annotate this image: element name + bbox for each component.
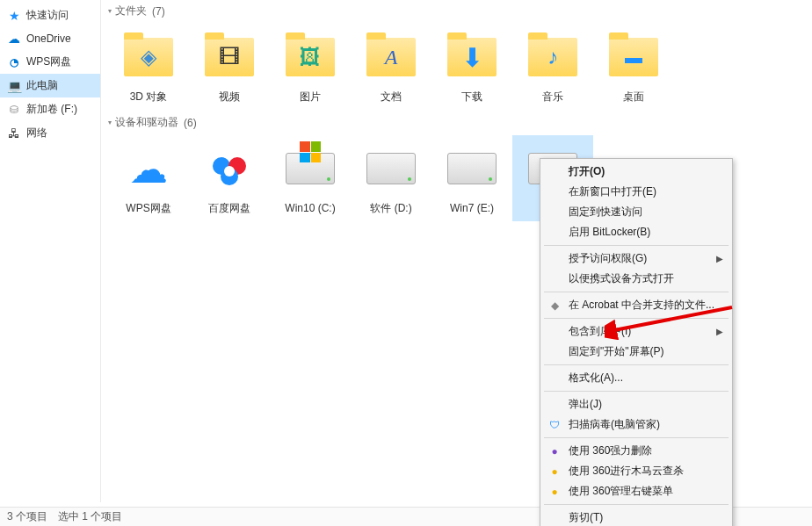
sidebar-item-label: 快速访问 xyxy=(26,8,69,23)
menu-item[interactable]: ◆在 Acrobat 中合并支持的文件... xyxy=(542,295,730,315)
status-selected: 选中 1 个项目 xyxy=(58,509,122,524)
folder-item-videos[interactable]: 🎞 视频 xyxy=(189,24,270,110)
sidebar-item-label: WPS网盘 xyxy=(26,54,71,69)
folder-pictures-icon: 🖼 xyxy=(282,29,338,85)
menu-item-label: 弹出(J) xyxy=(569,397,602,412)
section-header-drives[interactable]: ▾ 设备和驱动器 (6) xyxy=(101,112,812,133)
sidebar-item-wps[interactable]: ◔ WPS网盘 xyxy=(0,50,100,74)
360-icon: ● xyxy=(547,465,562,479)
baidu-cloud-icon xyxy=(201,141,257,197)
folder-item-music[interactable]: ♪ 音乐 xyxy=(512,24,593,110)
sidebar-item-quick-access[interactable]: ★ 快速访问 xyxy=(0,4,100,27)
menu-item[interactable]: 格式化(A)... xyxy=(542,368,730,388)
folder-item-desktop[interactable]: ▬ 桌面 xyxy=(593,24,674,110)
navigation-sidebar: ★ 快速访问 ☁ OneDrive ◔ WPS网盘 💻 此电脑 ⛁ 新加卷 (F… xyxy=(0,0,101,502)
drive-item-e[interactable]: Win7 (E:) xyxy=(431,135,512,221)
menu-item[interactable]: ●使用 360进行木马云查杀 xyxy=(542,461,730,481)
item-label: 视频 xyxy=(219,90,240,103)
chevron-down-icon: ▾ xyxy=(108,119,112,126)
folder-3d-icon: ◈ xyxy=(120,29,177,85)
folder-item-documents[interactable]: A 文档 xyxy=(351,24,431,110)
submenu-arrow-icon: ▶ xyxy=(716,327,723,336)
menu-item[interactable]: ●使用 360强力删除 xyxy=(542,441,730,461)
item-label: 文档 xyxy=(381,90,402,103)
acrobat-icon: ◆ xyxy=(547,299,562,313)
drive-icon xyxy=(444,141,500,197)
folder-item-3d-objects[interactable]: ◈ 3D 对象 xyxy=(108,24,189,110)
sidebar-item-drive-f[interactable]: ⛁ 新加卷 (F:) xyxy=(0,97,100,121)
menu-separator xyxy=(544,245,729,246)
shield-icon: 🛡 xyxy=(547,418,562,432)
item-label: 音乐 xyxy=(542,90,563,103)
menu-separator xyxy=(544,364,729,365)
item-label: Win10 (C:) xyxy=(285,202,335,214)
section-title: 设备和驱动器 xyxy=(115,115,178,130)
win-drive-icon xyxy=(282,141,338,197)
drive-item-d[interactable]: 软件 (D:) xyxy=(351,135,431,221)
sidebar-item-label: 新加卷 (F:) xyxy=(26,102,77,117)
drive-item-baidu[interactable]: 百度网盘 xyxy=(189,135,270,221)
menu-item-label: 使用 360进行木马云查杀 xyxy=(569,464,684,479)
menu-item-label: 固定到快速访问 xyxy=(569,205,642,220)
menu-separator xyxy=(544,437,729,438)
section-count: (6) xyxy=(184,117,197,129)
context-menu: 打开(O)在新窗口中打开(E)固定到快速访问启用 BitLocker(B)授予访… xyxy=(540,158,733,526)
drive-item-c[interactable]: Win10 (C:) xyxy=(270,135,351,221)
drive-icon xyxy=(363,141,419,197)
menu-item[interactable]: 包含到库中(I)▶ xyxy=(542,321,730,342)
menu-item-label: 格式化(A)... xyxy=(569,371,623,385)
menu-separator xyxy=(544,318,729,319)
360-icon: ● xyxy=(547,485,562,499)
folders-grid: ◈ 3D 对象 🎞 视频 🖼 图片 A 文档 ⬇ 下载 ♪ 音乐 xyxy=(101,22,812,112)
folder-item-downloads[interactable]: ⬇ 下载 xyxy=(431,24,512,110)
menu-item[interactable]: 弹出(J) xyxy=(542,394,730,414)
menu-item-label: 打开(O) xyxy=(569,164,605,179)
item-label: Win7 (E:) xyxy=(450,202,494,214)
sidebar-item-label: 此电脑 xyxy=(26,78,58,93)
pc-icon: 💻 xyxy=(7,79,21,93)
menu-item[interactable]: 以便携式设备方式打开 xyxy=(542,269,730,289)
menu-item-label: 使用 360强力删除 xyxy=(569,443,652,458)
menu-item[interactable]: 固定到"开始"屏幕(P) xyxy=(542,342,730,362)
status-total: 3 个项目 xyxy=(7,509,47,524)
menu-item-label: 剪切(T) xyxy=(569,510,603,525)
network-icon: 🖧 xyxy=(7,126,21,141)
onedrive-icon: ☁ xyxy=(7,32,21,46)
folder-documents-icon: A xyxy=(363,29,419,85)
menu-separator xyxy=(544,391,729,392)
svg-point-3 xyxy=(224,166,235,177)
menu-item[interactable]: ●使用 360管理右键菜单 xyxy=(542,481,730,501)
folder-desktop-icon: ▬ xyxy=(605,29,662,85)
wps-icon: ◔ xyxy=(7,55,21,69)
drive-small-icon: ⛁ xyxy=(7,103,21,117)
menu-item-label: 使用 360管理右键菜单 xyxy=(569,484,673,499)
item-label: 桌面 xyxy=(623,90,644,103)
folder-item-pictures[interactable]: 🖼 图片 xyxy=(270,24,351,110)
menu-item-label: 扫描病毒(电脑管家) xyxy=(569,417,660,432)
menu-item-label: 固定到"开始"屏幕(P) xyxy=(569,344,664,359)
menu-item[interactable]: 授予访问权限(G)▶ xyxy=(542,249,730,269)
menu-item[interactable]: 固定到快速访问 xyxy=(542,202,730,222)
menu-separator xyxy=(544,292,729,292)
menu-item-label: 在新窗口中打开(E) xyxy=(569,184,656,199)
section-header-folders[interactable]: ▾ 文件夹 (7) xyxy=(101,0,812,22)
menu-item[interactable]: 剪切(T) xyxy=(542,508,730,526)
item-label: WPS网盘 xyxy=(126,202,170,214)
sidebar-item-network[interactable]: 🖧 网络 xyxy=(0,121,100,145)
chevron-down-icon: ▾ xyxy=(108,7,112,15)
sidebar-item-onedrive[interactable]: ☁ OneDrive xyxy=(0,27,100,50)
item-label: 软件 (D:) xyxy=(370,202,411,214)
folder-downloads-icon: ⬇ xyxy=(444,29,500,85)
drive-item-wps[interactable]: ☁ WPS网盘 xyxy=(108,135,189,221)
item-label: 百度网盘 xyxy=(208,202,250,214)
menu-item[interactable]: 🛡扫描病毒(电脑管家) xyxy=(542,414,730,435)
menu-item[interactable]: 启用 BitLocker(B) xyxy=(542,222,730,242)
star-icon: ★ xyxy=(7,9,21,23)
menu-item-label: 授予访问权限(G) xyxy=(569,251,647,266)
sidebar-item-label: 网络 xyxy=(26,126,47,141)
menu-item[interactable]: 打开(O) xyxy=(542,162,730,182)
section-title: 文件夹 xyxy=(115,4,147,18)
wps-cloud-icon: ☁ xyxy=(120,141,177,197)
sidebar-item-this-pc[interactable]: 💻 此电脑 xyxy=(0,74,100,97)
menu-item[interactable]: 在新窗口中打开(E) xyxy=(542,182,730,202)
